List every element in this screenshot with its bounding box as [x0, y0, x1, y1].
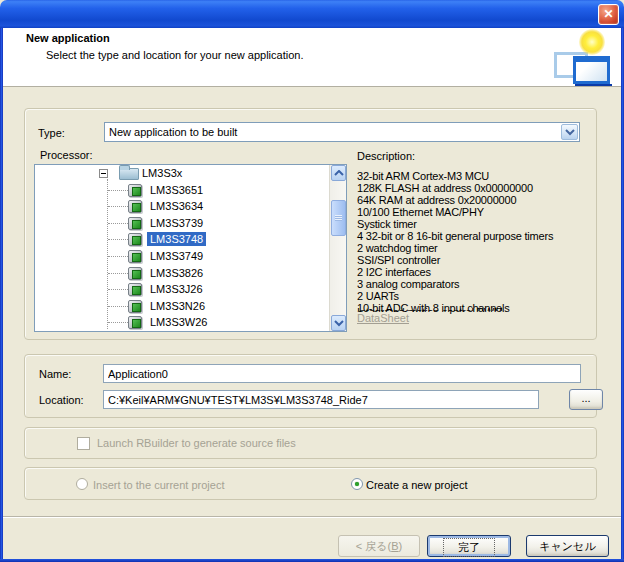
description-line: Systick timer [357, 218, 417, 230]
scroll-up-button[interactable] [331, 165, 346, 181]
type-dropdown[interactable]: New application to be built [104, 122, 580, 142]
mcu-chip-icon [128, 283, 142, 296]
page-subtitle: Select the type and location for your ne… [46, 49, 303, 61]
cancel-button-label: キャンセル [539, 536, 595, 556]
mcu-chip-icon [128, 250, 142, 263]
description-line: 64K RAM at address 0x20000000 [357, 194, 516, 206]
tree-node[interactable]: LM3S3634 [35, 198, 330, 215]
title-bar[interactable]: ✕ [0, 0, 624, 28]
tree-item-label-selected[interactable]: LM3S3748 [147, 232, 206, 246]
browse-button[interactable]: ... [569, 389, 603, 410]
tree-node-selected[interactable]: LM3S3748 [35, 231, 330, 248]
datasheet-link[interactable]: DataSheet [357, 312, 409, 324]
description-line: 128K FLASH at address 0x00000000 [357, 182, 533, 194]
description-line: 2 I2C interfaces [357, 266, 431, 278]
tree-node[interactable]: LM3S3739 [35, 215, 330, 232]
tree-item-label[interactable]: LM3S3749 [147, 249, 206, 263]
window-shadow-line [575, 84, 612, 86]
mcu-chip-icon [128, 316, 142, 329]
description-clipped-line: Integrated motion control PWM [357, 306, 593, 311]
description-line: 32-bit ARM Cortex-M3 MCU [357, 170, 489, 182]
rbuilder-group: Launch RBuilder to generate source files [24, 427, 597, 459]
name-label: Name: [39, 368, 71, 380]
launch-rbuilder-checkbox[interactable] [77, 437, 90, 450]
location-input[interactable] [103, 390, 539, 409]
description-line: 4 32-bit or 8 16-bit general purpose tim… [357, 230, 553, 242]
back-button[interactable]: < 戻る(B) [338, 535, 420, 557]
chevron-down-icon [333, 320, 345, 328]
chevron-up-icon [333, 170, 345, 178]
tree-scrollbar[interactable] [329, 165, 346, 331]
name-location-group: Name: Location: ... [24, 354, 597, 418]
insert-current-project-radio[interactable] [76, 478, 88, 490]
launch-rbuilder-label: Launch RBuilder to generate source files [97, 437, 296, 449]
tree-node[interactable]: LM3S3J26 [35, 281, 330, 298]
mcu-chip-icon [128, 300, 142, 313]
processor-tree[interactable]: LM3S3x LM3S3651 LM3S3634 LM3S3739 LM3S37… [34, 164, 347, 332]
name-input[interactable] [103, 364, 581, 383]
mcu-chip-icon [128, 233, 142, 246]
tree-root-label[interactable]: LM3S3x [139, 166, 185, 180]
close-button[interactable]: ✕ [598, 4, 619, 25]
type-dropdown-value: New application to be built [109, 126, 237, 138]
tree-item-label[interactable]: LM3S3634 [147, 199, 206, 213]
footer-separator [3, 516, 621, 518]
collapse-icon[interactable] [99, 169, 108, 178]
mcu-chip-icon [128, 267, 142, 280]
scrollbar-thumb[interactable] [331, 200, 346, 236]
description-line: 10/100 Ethernet MAC/PHY [357, 206, 484, 218]
scroll-down-button[interactable] [331, 315, 346, 331]
tree-node-root[interactable]: LM3S3x [35, 165, 330, 182]
tree-node[interactable]: LM3S3826 [35, 265, 330, 282]
processor-label: Processor: [40, 149, 93, 161]
wizard-header: New application Select the type and loca… [3, 28, 621, 87]
tree-item-label[interactable]: LM3S3J26 [147, 282, 206, 296]
type-dropdown-button[interactable] [561, 124, 578, 140]
create-new-project-radio[interactable] [351, 478, 363, 490]
tree-node[interactable]: LM3S3W26 [35, 314, 330, 331]
tree-item-label[interactable]: LM3S3739 [147, 216, 206, 230]
tree-item-label[interactable]: LM3S3826 [147, 266, 206, 280]
tree-node[interactable]: LM3S3651 [35, 182, 330, 199]
finish-button[interactable]: 完了 [427, 535, 511, 557]
page-title: New application [26, 32, 110, 44]
window-border-left [0, 28, 3, 562]
description-line: 2 watchdog timer [357, 242, 438, 254]
location-label: Location: [39, 394, 84, 406]
close-icon: ✕ [603, 7, 613, 21]
finish-button-label: 完了 [443, 538, 495, 557]
mcu-chip-icon [128, 184, 142, 197]
description-line: 3 analog comparators [357, 278, 459, 290]
create-new-project-label: Create a new project [366, 479, 468, 491]
tree-item-label[interactable]: LM3S3N26 [147, 299, 208, 313]
project-mode-group: Insert to the current project Create a n… [24, 467, 597, 500]
sun-icon [579, 29, 605, 55]
chevron-down-icon [564, 129, 576, 138]
cancel-button[interactable]: キャンセル [526, 535, 609, 557]
mcu-chip-icon [128, 217, 142, 230]
type-label: Type: [38, 127, 65, 139]
tree-item-label[interactable]: LM3S3651 [147, 183, 206, 197]
mcu-chip-icon [128, 200, 142, 213]
new-application-wizard-dialog: ✕ New application Select the type and lo… [0, 0, 624, 562]
description-line: 2 UARTs [357, 290, 399, 302]
tree-node[interactable]: LM3S3749 [35, 248, 330, 265]
front-window-shape [573, 56, 610, 84]
insert-current-project-label: Insert to the current project [93, 479, 224, 491]
folder-icon [119, 168, 139, 180]
tree-item-label[interactable]: LM3S3W26 [147, 315, 210, 329]
wizard-windows-icon [551, 28, 617, 87]
description-label: Description: [357, 150, 415, 162]
description-line: SSI/SPI controller [357, 254, 440, 266]
tree-node[interactable]: LM3S3N26 [35, 298, 330, 315]
